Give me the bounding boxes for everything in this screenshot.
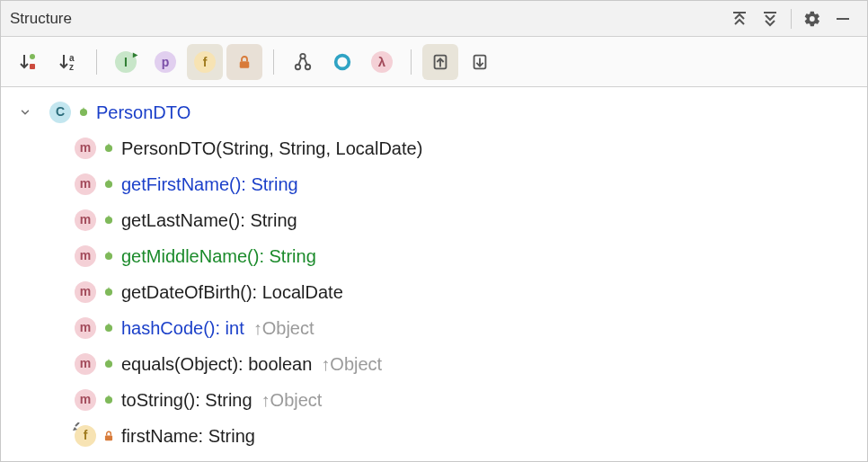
origin-label: ↑Object [321, 351, 382, 377]
tree-node-field[interactable]: ffirstName: String [1, 418, 867, 454]
inherited-icon [293, 52, 313, 72]
svg-point-4 [30, 54, 35, 59]
method-icon: m [75, 209, 96, 231]
svg-line-38 [75, 422, 79, 426]
public-visibility-icon [102, 321, 116, 335]
divider [411, 49, 412, 75]
public-visibility-icon [102, 357, 116, 371]
chevron-down-icon[interactable] [17, 106, 33, 119]
field-icon: f [75, 425, 96, 447]
field-icon: f [194, 51, 216, 73]
public-visibility-icon [102, 213, 116, 227]
method-icon: m [75, 173, 96, 195]
panel-title: Structure [10, 10, 724, 28]
public-visibility-icon [102, 285, 116, 299]
structure-toolbar: a z I ▸ p f [1, 37, 867, 87]
svg-line-13 [298, 58, 301, 64]
tree-node-method[interactable]: mtoString(): String ↑Object [1, 382, 867, 418]
class-icon: C [49, 102, 71, 123]
tree-node-method[interactable]: mgetDateOfBirth(): LocalDate [1, 274, 867, 310]
svg-rect-33 [108, 324, 109, 326]
svg-point-11 [306, 64, 311, 69]
hide-button[interactable] [828, 4, 858, 34]
method-icon: m [75, 281, 96, 303]
node-label: PersonDTO [96, 100, 190, 125]
minimize-icon [834, 10, 852, 28]
tree-node-method[interactable]: mequals(Object): boolean ↑Object [1, 346, 867, 382]
node-label: PersonDTO(String, String, LocalDate) [121, 136, 422, 161]
show-lambdas-button[interactable]: λ [364, 44, 400, 80]
divider [273, 49, 274, 75]
show-fields-button[interactable]: f [187, 44, 223, 80]
expand-all-button[interactable] [724, 4, 755, 34]
node-label: hashCode(): int [121, 315, 244, 341]
svg-text:z: z [69, 62, 74, 72]
public-visibility-icon [76, 105, 91, 120]
sort-alphabetically-button[interactable]: a z [49, 44, 85, 80]
svg-rect-9 [240, 61, 250, 68]
show-inherited-button[interactable] [285, 44, 321, 80]
structure-tool-window: Structure [0, 0, 868, 462]
method-icon: m [75, 389, 96, 411]
autoscroll-to-source-button[interactable] [422, 44, 458, 80]
tree-node-method[interactable]: mgetLastName(): String [1, 202, 867, 238]
show-nonpublic-button[interactable] [226, 44, 262, 80]
settings-button[interactable] [797, 4, 828, 34]
public-visibility-icon [102, 393, 116, 407]
method-icon: m [75, 245, 96, 267]
structure-tree[interactable]: C PersonDTO mPersonDTO(String, String, L… [1, 87, 867, 461]
svg-rect-39 [105, 435, 112, 440]
node-label: getLastName(): String [121, 208, 297, 233]
gear-icon [803, 10, 821, 28]
collapse-all-button[interactable] [755, 4, 785, 34]
svg-point-10 [296, 64, 301, 69]
private-visibility-icon [102, 429, 116, 443]
svg-rect-37 [108, 395, 109, 398]
origin-label: ↑Object [253, 315, 314, 341]
tree-node-class[interactable]: C PersonDTO [1, 94, 867, 130]
node-label: firstName: String [121, 423, 255, 449]
svg-rect-29 [108, 252, 109, 254]
svg-point-15 [336, 55, 350, 68]
node-label: getMiddleName(): String [121, 244, 316, 269]
divider [791, 9, 792, 29]
autoscroll-from-source-button[interactable] [462, 44, 498, 80]
show-anonymous-button[interactable] [324, 44, 360, 80]
sort-by-visibility-button[interactable] [10, 44, 46, 80]
svg-rect-25 [108, 180, 109, 182]
sort-alpha-icon: a z [57, 51, 78, 73]
titlebar: Structure [1, 1, 867, 37]
public-visibility-icon [102, 141, 116, 155]
svg-rect-27 [108, 216, 109, 218]
tree-node-method[interactable]: mgetMiddleName(): String [1, 238, 867, 274]
lock-icon [236, 54, 252, 70]
collapse-all-icon [761, 10, 779, 28]
interface-icon: I ▸ [115, 51, 137, 73]
autoscroll-to-icon [430, 52, 450, 72]
tree-children: mPersonDTO(String, String, LocalDate)mge… [1, 130, 867, 454]
autoscroll-from-icon [470, 52, 490, 72]
tree-node-method[interactable]: mPersonDTO(String, String, LocalDate) [1, 130, 867, 166]
show-interfaces-button[interactable]: I ▸ [108, 44, 144, 80]
node-label: getDateOfBirth(): LocalDate [121, 280, 343, 305]
origin-label: ↑Object [261, 387, 323, 413]
method-icon: m [75, 353, 96, 375]
tree-node-method[interactable]: mhashCode(): int ↑Object [1, 310, 867, 346]
svg-rect-31 [108, 288, 109, 290]
svg-rect-21 [83, 108, 84, 111]
svg-point-12 [300, 53, 306, 58]
node-label: equals(Object): boolean [121, 351, 312, 377]
svg-line-14 [305, 58, 307, 64]
property-icon: p [155, 51, 176, 73]
sort-visibility-icon [17, 51, 39, 73]
svg-rect-35 [108, 360, 109, 362]
svg-rect-5 [30, 64, 35, 69]
show-properties-button[interactable]: p [147, 44, 183, 80]
public-visibility-icon [102, 177, 116, 191]
lambda-icon: λ [371, 51, 393, 73]
public-visibility-icon [102, 249, 116, 263]
tree-node-method[interactable]: mgetFirstName(): String [1, 166, 867, 202]
method-icon: m [75, 317, 96, 339]
expand-all-icon [731, 10, 748, 28]
divider [96, 49, 97, 75]
